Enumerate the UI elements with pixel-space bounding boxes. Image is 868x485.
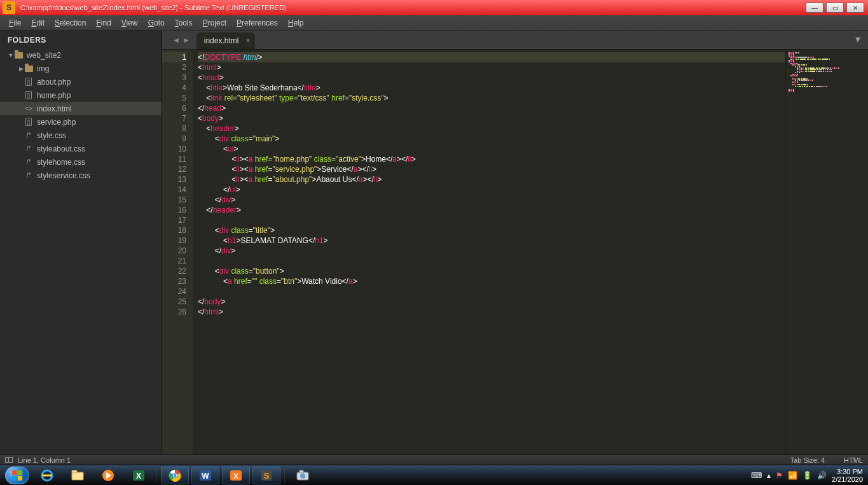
line-number[interactable]: 1 (162, 52, 186, 62)
menu-help[interactable]: Help (283, 17, 309, 29)
tree-item-about-php[interactable]: ▯about.php (0, 75, 162, 88)
code-line[interactable]: <div class="main"> (198, 134, 785, 144)
code-line[interactable]: <head> (198, 73, 785, 83)
tab-history-forward-icon[interactable]: ► (183, 36, 190, 45)
tree-item-stylehome-css[interactable]: /*stylehome.css (0, 155, 162, 169)
status-tab-size[interactable]: Tab Size: 4 (790, 456, 825, 464)
line-number[interactable]: 15 (162, 195, 186, 205)
tray-battery-icon[interactable]: 🔋 (803, 471, 812, 480)
tree-item-service-php[interactable]: ▯service.php (0, 115, 162, 129)
minimap[interactable] (785, 50, 868, 454)
disclosure-triangle-icon[interactable]: ▶ (18, 66, 24, 72)
maximize-button[interactable]: ▭ (826, 3, 844, 13)
tree-item-style-css[interactable]: /*style.css (0, 129, 162, 142)
close-button[interactable]: ✕ (846, 3, 864, 13)
disclosure-triangle-icon[interactable]: ▼ (8, 52, 14, 59)
tree-item-web_site2[interactable]: ▼web_site2 (0, 48, 162, 62)
menu-project[interactable]: Project (198, 17, 231, 29)
code-line[interactable]: <ul> (198, 144, 785, 154)
menu-find[interactable]: Find (91, 17, 116, 29)
tray-volume-icon[interactable]: 🔊 (817, 471, 827, 480)
line-number[interactable]: 17 (162, 215, 186, 225)
tree-item-index-html[interactable]: <>index.html (0, 102, 162, 115)
code-line[interactable]: </div> (198, 195, 785, 205)
taskbar-item-word[interactable]: W (191, 467, 219, 484)
line-number[interactable]: 19 (162, 235, 186, 246)
code-line[interactable]: <h1>SELAMAT DATANG</h1> (198, 235, 785, 246)
code-line[interactable]: </div> (198, 246, 785, 256)
line-number[interactable]: 5 (162, 93, 186, 103)
code-line[interactable]: <!DOCTYPE html> (198, 52, 785, 62)
line-number[interactable]: 16 (162, 205, 186, 215)
line-number[interactable]: 8 (162, 123, 186, 134)
taskbar-item-sublime[interactable]: S (252, 467, 280, 484)
code-line[interactable]: </header> (198, 205, 785, 215)
line-number[interactable]: 22 (162, 266, 186, 276)
status-language[interactable]: HTML (844, 456, 863, 464)
code-line[interactable]: <li><a href="home.php" class="active">Ho… (198, 154, 785, 164)
menu-file[interactable]: File (4, 17, 26, 29)
tray-show-hidden-icon[interactable]: ▴ (767, 471, 771, 480)
line-number[interactable]: 2 (162, 62, 186, 73)
code-line[interactable]: <li><a href="service.php">Service</a></l… (198, 164, 785, 174)
code-line[interactable]: <title>Web Site Sederhana</title> (198, 83, 785, 93)
panel-switch-icon[interactable] (5, 457, 13, 463)
code-line[interactable]: </body> (198, 297, 785, 307)
line-number[interactable]: 23 (162, 276, 186, 286)
tree-item-img[interactable]: ▶img (0, 62, 162, 75)
line-number[interactable]: 3 (162, 73, 186, 83)
taskbar-item-xampp[interactable]: X (222, 467, 250, 484)
tab-history-back-icon[interactable]: ◄ (172, 36, 180, 45)
line-number-gutter[interactable]: 1234567891011121314151617181920212223242… (162, 50, 193, 454)
code-line[interactable]: </html> (198, 307, 785, 317)
code-line[interactable] (198, 215, 785, 225)
taskbar-item-mediaplayer[interactable] (94, 467, 122, 484)
tab-overflow-icon[interactable]: ▾ (848, 29, 868, 49)
menu-view[interactable]: View (116, 17, 143, 29)
line-number[interactable]: 24 (162, 286, 186, 297)
code-line[interactable]: <html> (198, 62, 785, 73)
code-line[interactable]: <li><a href="about.php">Abaout Us</a></l… (198, 174, 785, 185)
menu-preferences[interactable]: Preferences (231, 17, 283, 29)
minimize-button[interactable]: — (806, 3, 823, 13)
line-number[interactable]: 21 (162, 256, 186, 266)
taskbar-item-explorer[interactable] (64, 467, 92, 484)
taskbar-item-ie[interactable] (33, 467, 61, 484)
line-number[interactable]: 14 (162, 185, 186, 195)
line-number[interactable]: 6 (162, 103, 186, 113)
code-line[interactable]: <header> (198, 123, 785, 134)
tray-keyboard-icon[interactable]: ⌨ (751, 471, 762, 480)
code-line[interactable]: </ul> (198, 185, 785, 195)
menu-selection[interactable]: Selection (50, 17, 91, 29)
code-line[interactable]: <div class="button"> (198, 266, 785, 276)
start-button[interactable] (5, 467, 29, 484)
line-number[interactable]: 20 (162, 246, 186, 256)
code-editor[interactable]: <!DOCTYPE html><html><head> <title>Web S… (193, 50, 785, 454)
line-number[interactable]: 4 (162, 83, 186, 93)
tray-clock[interactable]: 3:30 PM 2/21/2020 (832, 468, 863, 483)
menu-tools[interactable]: Tools (170, 17, 198, 29)
tab-index-html[interactable]: index.html × (196, 32, 256, 49)
line-number[interactable]: 10 (162, 144, 186, 154)
line-number[interactable]: 9 (162, 134, 186, 144)
line-number[interactable]: 11 (162, 154, 186, 164)
code-line[interactable]: <div class="title"> (198, 225, 785, 235)
menu-edit[interactable]: Edit (26, 17, 50, 29)
line-number[interactable]: 13 (162, 174, 186, 185)
menu-goto[interactable]: Goto (143, 17, 170, 29)
line-number[interactable]: 12 (162, 164, 186, 174)
code-line[interactable]: <a href="" class="btn">Watch Vidio</a> (198, 276, 785, 286)
taskbar-item-camera[interactable] (289, 467, 317, 484)
code-line[interactable]: </head> (198, 103, 785, 113)
tree-item-styleabout-css[interactable]: /*styleabout.css (0, 142, 162, 155)
taskbar-item-chrome[interactable] (161, 467, 189, 484)
code-line[interactable] (198, 256, 785, 266)
taskbar-item-excel[interactable]: X (125, 467, 153, 484)
line-number[interactable]: 7 (162, 113, 186, 123)
code-line[interactable]: <link rel="stylesheet" type="text/css" h… (198, 93, 785, 103)
tab-close-icon[interactable]: × (245, 36, 250, 45)
code-line[interactable]: <body> (198, 113, 785, 123)
line-number[interactable]: 25 (162, 297, 186, 307)
tree-item-home-php[interactable]: ▯home.php (0, 88, 162, 102)
line-number[interactable]: 18 (162, 225, 186, 235)
